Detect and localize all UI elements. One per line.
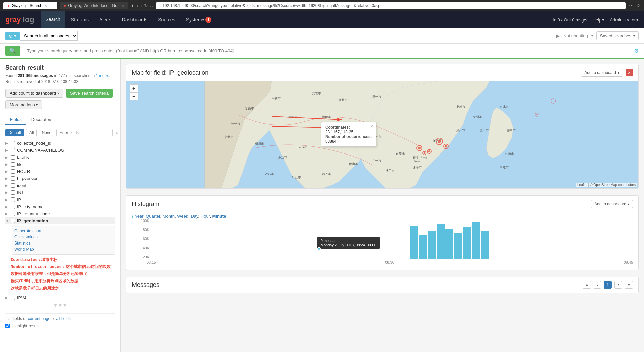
index-link[interactable]: 1 index (96, 73, 109, 78)
time-week-link[interactable]: Week (177, 214, 188, 219)
new-tab-button[interactable]: + (131, 3, 134, 8)
active-tab[interactable]: ● Graylog - Search ✕ (3, 2, 57, 9)
field-checkbox[interactable] (11, 162, 15, 167)
page-prev-button[interactable]: ‹ (594, 281, 601, 289)
field-checkbox[interactable] (11, 205, 15, 209)
time-month-link[interactable]: Month (163, 214, 175, 219)
expand-icon: ▶ (5, 184, 9, 187)
filter-none-button[interactable]: None (39, 129, 54, 136)
field-facility[interactable]: ▶ facility (5, 154, 115, 161)
field-checkbox[interactable] (11, 169, 15, 174)
found-detail: in 477 ms, searched in (54, 73, 95, 78)
zoom-in-button[interactable]: + (130, 84, 138, 92)
current-page-link[interactable]: current page (28, 316, 50, 321)
active-tab-close[interactable]: ✕ (44, 4, 47, 8)
histogram-bar (454, 233, 462, 259)
search-scope-button[interactable]: ⊙ ▾ (5, 32, 20, 40)
play-button[interactable]: ▶ (556, 33, 560, 39)
svg-text:台中市: 台中市 (506, 129, 516, 132)
page-next-button[interactable]: › (614, 281, 622, 289)
nav-streams[interactable]: Streams (66, 11, 93, 28)
save-search-button[interactable]: Save search criteria (66, 89, 113, 98)
nav-system[interactable]: System ▾ 1 (181, 11, 216, 28)
decorators-tab[interactable]: Decorators (26, 115, 57, 125)
home-button[interactable]: ⌂ (150, 3, 153, 8)
svg-point-2 (418, 147, 421, 149)
page-first-button[interactable]: « (583, 281, 591, 289)
field-hour[interactable]: ▶ HOUR (5, 168, 115, 175)
field-checkbox[interactable] (11, 296, 15, 300)
map-close-button[interactable]: × (626, 69, 633, 76)
histogram-chart-area: 100K 80K 60K 40K 20K 0 messages Monday 2… (132, 219, 633, 259)
histogram-x-labels: 08:15 08:30 08:45 (147, 259, 633, 264)
field-checkbox[interactable] (11, 148, 15, 152)
field-collector-node-id[interactable]: ▶ collector_node_id (5, 140, 115, 147)
time-hour-link[interactable]: Hour (201, 214, 210, 219)
inactive-tab-close[interactable]: ✕ (121, 4, 124, 8)
time-day-link[interactable]: Day (191, 214, 198, 219)
reload-button[interactable]: ↻ (144, 3, 148, 8)
tooltip-close[interactable]: ✕ (371, 124, 374, 128)
nav-sources[interactable]: Sources (153, 11, 180, 28)
svg-text:龙岩市: 龙岩市 (456, 105, 465, 108)
address-bar[interactable]: ℹ 192.168.1.2:9000/search?rangetype=rela… (156, 2, 626, 9)
field-int[interactable]: ▶ INT (5, 189, 115, 196)
quick-values-link[interactable]: Quick values (14, 234, 113, 240)
map-add-dashboard-button[interactable]: Add to dashboard ▾ (581, 69, 623, 77)
forward-button[interactable]: › (140, 3, 142, 8)
world-map-link[interactable]: World Map (14, 246, 113, 252)
field-checkbox[interactable] (11, 190, 15, 195)
time-minute-link[interactable]: Minute (212, 214, 226, 219)
field-checkbox[interactable] (11, 176, 15, 181)
help-menu[interactable]: Help ▾ (593, 17, 605, 23)
field-checkbox[interactable] (11, 155, 15, 160)
field-ip-geolocation[interactable]: ▼ IP_geolocation (5, 217, 115, 224)
saved-searches-button[interactable]: Saved searches ▾ (596, 31, 639, 40)
field-filter-input[interactable] (56, 129, 113, 136)
nav-alerts[interactable]: Alerts (95, 11, 116, 28)
page-last-button[interactable]: » (625, 281, 633, 289)
time-year-link[interactable]: Year (135, 214, 143, 219)
filter-all-button[interactable]: All (26, 129, 37, 136)
back-button[interactable]: ‹ (137, 3, 139, 8)
field-checkbox[interactable] (11, 141, 15, 145)
field-ipv4[interactable]: ▶ IPV4 (5, 294, 115, 301)
nav-search[interactable]: Search (41, 11, 65, 28)
hist-tooltip-messages: 0 messages (321, 239, 376, 243)
bookmark-icon[interactable]: ☆ (636, 3, 641, 8)
search-scope-select[interactable]: Search in all messages (20, 31, 78, 41)
statistics-link[interactable]: Statistics (14, 240, 113, 246)
field-file[interactable]: ▶ file (5, 161, 115, 168)
generate-chart-link[interactable]: Generate chart (14, 228, 113, 234)
histogram-add-caret: ▾ (628, 202, 629, 206)
search-query-input[interactable] (23, 47, 631, 55)
extensions-icon[interactable]: ⋯ (629, 3, 634, 8)
field-commonapachelog[interactable]: ▶ COMMONAPACHELOG (5, 147, 115, 154)
time-quarter-link[interactable]: Quarter (146, 214, 160, 219)
highlight-checkbox[interactable] (5, 324, 10, 328)
more-actions-button[interactable]: More actions ▾ (5, 100, 42, 109)
field-filter-row: Default All None ▲ (5, 129, 115, 136)
settings-icon[interactable]: ⚙ (634, 48, 639, 54)
search-submit-button[interactable]: 🔍 (5, 46, 20, 56)
field-checkbox[interactable] (11, 197, 15, 202)
zoom-out-button[interactable]: − (130, 92, 138, 100)
field-ip[interactable]: ▶ IP (5, 196, 115, 203)
histogram-add-dashboard-button[interactable]: Add to dashboard ▾ (591, 200, 633, 208)
field-ip-country-code[interactable]: ▶ IP_country_code (5, 210, 115, 217)
inactive-tab[interactable]: ● Graylog Web Interface - Gr... ✕ (60, 2, 128, 9)
add-count-button[interactable]: Add count to dashboard ▾ (5, 89, 63, 98)
field-ip-city-name[interactable]: ▶ IP_city_name (5, 203, 115, 210)
field-checkbox[interactable] (11, 183, 15, 188)
field-checkbox[interactable] (11, 212, 15, 216)
fields-tab[interactable]: Fields (5, 115, 26, 125)
map-tooltip: ✕ Coordinates: 23.1167,113.25 Number of … (321, 122, 376, 147)
page-1-button[interactable]: 1 (604, 281, 612, 289)
filter-default-button[interactable]: Default (5, 129, 24, 136)
field-ident[interactable]: ▶ ident (5, 182, 115, 189)
field-httpversion[interactable]: ▶ httpversion (5, 175, 115, 182)
all-fields-link[interactable]: all fields (56, 316, 70, 321)
admin-menu[interactable]: Administrator ▾ (610, 17, 639, 23)
field-checkbox[interactable] (11, 219, 15, 223)
nav-dashboards[interactable]: Dashboards (117, 11, 152, 28)
